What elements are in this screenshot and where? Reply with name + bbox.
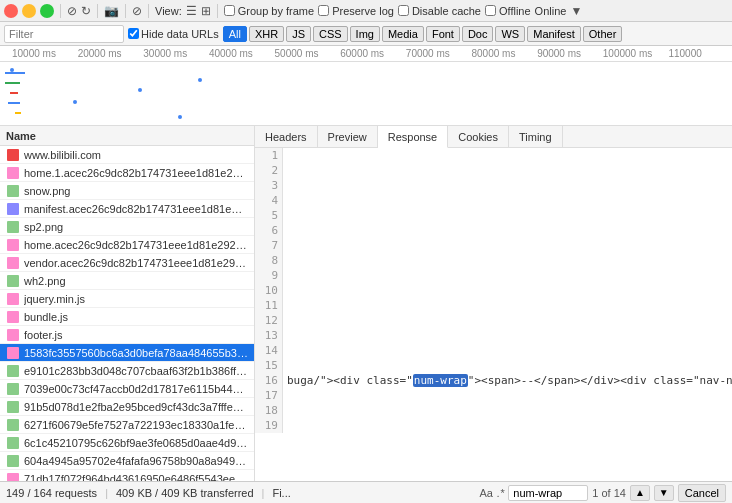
highlighted-text: num-wrap: [413, 374, 468, 387]
view-grid-icon[interactable]: ⊞: [201, 4, 211, 18]
svg-rect-18: [7, 473, 19, 482]
line-number: 15: [255, 358, 278, 373]
cancel-button[interactable]: Cancel: [678, 484, 726, 502]
filter-type-js[interactable]: JS: [286, 26, 311, 42]
img-icon: [6, 274, 20, 288]
tab-headers[interactable]: Headers: [255, 126, 318, 147]
line-number: 2: [255, 163, 278, 178]
search-next-button[interactable]: ▼: [654, 485, 674, 501]
filter-type-all[interactable]: All: [223, 26, 247, 42]
file-name: 91b5d078d1e2fba2e95bced9cf43dc3a7fffe46.…: [24, 401, 248, 413]
list-item[interactable]: e9101c283bb3d048c707cbaaf63f2b1b386ff106…: [0, 362, 254, 380]
timeline-tick: 80000 ms: [469, 48, 535, 59]
filter-type-doc[interactable]: Doc: [462, 26, 494, 42]
img-icon: [6, 220, 20, 234]
list-item[interactable]: www.bilibili.com: [0, 146, 254, 164]
filter-type-ws[interactable]: WS: [495, 26, 525, 42]
list-item[interactable]: 1583fc3557560bc6a3d0befa78aa484655b313ac…: [0, 344, 254, 362]
minimize-button[interactable]: [22, 4, 36, 18]
js-icon: [6, 328, 20, 342]
svg-rect-16: [7, 437, 19, 449]
filter-type-img[interactable]: Img: [350, 26, 380, 42]
svg-rect-8: [7, 293, 19, 305]
svg-rect-10: [7, 329, 19, 341]
group-by-frame-checkbox[interactable]: [224, 5, 235, 16]
timeline-tick: 70000 ms: [404, 48, 470, 59]
tab-preview[interactable]: Preview: [318, 126, 378, 147]
online-dropdown-icon[interactable]: ▼: [570, 4, 582, 18]
svg-rect-15: [7, 419, 19, 431]
filter-type-xhr[interactable]: XHR: [249, 26, 284, 42]
offline-group: Offline: [485, 5, 531, 17]
list-item[interactable]: 604a4945a95702e4fafafa96758b90a8a949aade…: [0, 452, 254, 470]
json-icon: [6, 202, 20, 216]
list-item[interactable]: sp2.png: [0, 218, 254, 236]
svg-rect-14: [7, 401, 19, 413]
code-line: [287, 208, 732, 223]
js-icon: [6, 472, 20, 482]
list-item[interactable]: jquery.min.js: [0, 290, 254, 308]
file-name: 1583fc3557560bc6a3d0befa78aa484655b313ac…: [24, 347, 248, 359]
search-prev-button[interactable]: ▲: [630, 485, 650, 501]
list-item[interactable]: 7039e00c73cf47accb0d2d17817e6115b449d9f2…: [0, 380, 254, 398]
list-item[interactable]: footer.js: [0, 326, 254, 344]
list-item[interactable]: snow.png: [0, 182, 254, 200]
line-number: 12: [255, 313, 278, 328]
list-item[interactable]: home.acec26c9dc82b174731eee1d81e292d5457…: [0, 236, 254, 254]
list-item[interactable]: manifest.acec26c9dc82b174731eee1d81e292d…: [0, 200, 254, 218]
code-lines: buga/"><div class="num-wrap"><span>--</s…: [283, 148, 732, 433]
filter-type-media[interactable]: Media: [382, 26, 424, 42]
svg-rect-2: [7, 185, 19, 197]
disable-cache-label: Disable cache: [412, 5, 481, 17]
disable-cache-checkbox[interactable]: [398, 5, 409, 16]
code-area: 12345678910111213141516171819 buga/"><di…: [255, 148, 732, 433]
file-name: vendor.acec26c9dc82b174731eee1d81e292d54…: [24, 257, 248, 269]
offline-checkbox[interactable]: [485, 5, 496, 16]
timeline-ruler: 10000 ms20000 ms30000 ms40000 ms50000 ms…: [0, 46, 732, 62]
js-icon: [6, 238, 20, 252]
preserve-log-checkbox[interactable]: [318, 5, 329, 16]
timeline-tick: 40000 ms: [207, 48, 273, 59]
code-line: [287, 148, 732, 163]
filter-type-manifest[interactable]: Manifest: [527, 26, 581, 42]
online-label: Online: [535, 5, 567, 17]
close-button[interactable]: [4, 4, 18, 18]
img-icon: [6, 364, 20, 378]
img-icon: [6, 184, 20, 198]
filter-input[interactable]: [4, 25, 124, 43]
filter-type-css[interactable]: CSS: [313, 26, 348, 42]
svg-rect-5: [7, 239, 19, 251]
network-icon: ⊘: [67, 4, 77, 18]
tab-response[interactable]: Response: [378, 126, 449, 148]
list-item[interactable]: vendor.acec26c9dc82b174731eee1d81e292d54…: [0, 254, 254, 272]
file-name: 604a4945a95702e4fafafa96758b90a8a949aade…: [24, 455, 248, 467]
tab-timing[interactable]: Timing: [509, 126, 563, 147]
status-bar: 149 / 164 requests | 409 KB / 409 KB tra…: [0, 481, 732, 503]
refresh-icon[interactable]: ↻: [81, 4, 91, 18]
tab-cookies[interactable]: Cookies: [448, 126, 509, 147]
timeline-tick: 50000 ms: [273, 48, 339, 59]
code-line: [287, 418, 732, 433]
line-number: 16: [255, 373, 278, 388]
file-list-items: www.bilibili.comhome.1.acec26c9dc82b1747…: [0, 146, 254, 481]
line-number: 19: [255, 418, 278, 433]
view-list-icon[interactable]: ☰: [186, 4, 197, 18]
svg-rect-6: [7, 257, 19, 269]
filter-type-buttons: AllXHRJSCSSImgMediaFontDocWSManifestOthe…: [223, 26, 623, 42]
hide-data-urls-checkbox[interactable]: [128, 28, 139, 39]
transfer-size: 409 KB / 409 KB transferred: [116, 487, 254, 499]
list-item[interactable]: 71db17f072f964bd43616950e6486f5543eef09b…: [0, 470, 254, 481]
list-item[interactable]: 91b5d078d1e2fba2e95bced9cf43dc3a7fffe46.…: [0, 398, 254, 416]
line-number: 17: [255, 388, 278, 403]
list-item[interactable]: 6271f60679e5fe7527a722193ec18330a1fe0d6a…: [0, 416, 254, 434]
maximize-button[interactable]: [40, 4, 54, 18]
hide-data-urls-label: Hide data URLs: [128, 28, 219, 40]
list-item[interactable]: bundle.js: [0, 308, 254, 326]
list-item[interactable]: 6c1c45210795c626bf9ae3fe0685d0aae4d98bc0…: [0, 434, 254, 452]
search-input[interactable]: [508, 485, 588, 501]
list-item[interactable]: home.1.acec26c9dc82b174731eee1d81e292d54…: [0, 164, 254, 182]
preserve-log-label: Preserve log: [332, 5, 394, 17]
filter-type-other[interactable]: Other: [583, 26, 623, 42]
filter-type-font[interactable]: Font: [426, 26, 460, 42]
list-item[interactable]: wh2.png: [0, 272, 254, 290]
